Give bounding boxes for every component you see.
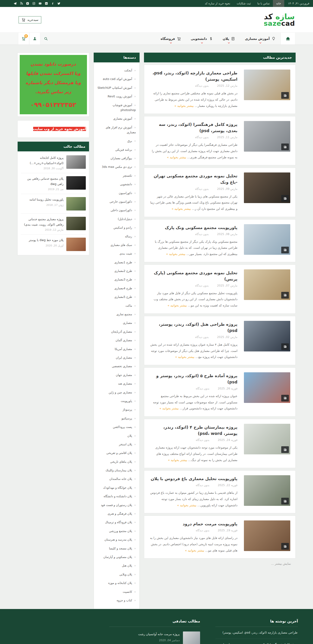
post-thumbnail[interactable] bbox=[244, 270, 290, 300]
category-link[interactable]: «پرسوناژ bbox=[97, 405, 136, 414]
post-comments[interactable]: بدون دیدگاه bbox=[195, 232, 209, 236]
category-link[interactable]: «معماری جهان bbox=[97, 371, 136, 379]
category-link[interactable]: «پاورپوینت bbox=[97, 397, 136, 405]
facebook-icon[interactable] bbox=[51, 2, 54, 5]
post-thumbnail[interactable] bbox=[244, 224, 290, 255]
category-link[interactable]: «پلان bbox=[97, 432, 136, 440]
post-comments[interactable]: بدون دیدگاه bbox=[195, 284, 209, 287]
interesting-item-title[interactable]: پروژه معماری مجتمع خدماتی رفاهی (اتوکد، … bbox=[21, 217, 64, 227]
category-link[interactable]: «پلان دانشکده و دانشگاه bbox=[97, 492, 136, 500]
category-link[interactable]: «تکستچر bbox=[97, 171, 136, 180]
youtube-icon[interactable] bbox=[38, 2, 42, 5]
read-more-link[interactable]: بیشتر بخوانید » bbox=[177, 504, 196, 507]
category-link[interactable]: «کتاب و جزوه bbox=[97, 596, 136, 604]
post-title[interactable]: پاورپوینت مرمت حمام درود bbox=[149, 521, 238, 527]
category-link[interactable]: «طرح 2معماری bbox=[97, 266, 136, 275]
post-title[interactable]: پاورپوینت تحلیل معماری باغ فردوس با پلان bbox=[149, 476, 238, 482]
linkedin-icon[interactable]: in bbox=[45, 2, 48, 5]
category-link[interactable]: «پلان استخر bbox=[97, 440, 136, 448]
support-ad[interactable]: درصورت دانلود نشدنویا اکسترکت نشدن فایله… bbox=[20, 55, 87, 114]
category-link[interactable]: «پلان فرهنگی و هنری bbox=[97, 509, 136, 518]
read-more-link[interactable]: بیشتر بخوانید » bbox=[160, 406, 179, 410]
post-thumbnail[interactable] bbox=[244, 321, 290, 352]
category-link[interactable]: «راندو و اسکیس bbox=[97, 223, 136, 232]
post-comments[interactable]: بدون دیدگاه bbox=[195, 187, 209, 190]
category-link[interactable]: «طرح 1معماری bbox=[97, 258, 136, 266]
read-more-link[interactable]: بیشتر بخوانید » bbox=[174, 104, 194, 108]
category-link[interactable]: «آموزش رویت Revit bbox=[97, 92, 136, 100]
post-title[interactable]: پاورپوینت مجتمع مسکونی ونک پارک bbox=[149, 225, 238, 231]
rss-icon[interactable] bbox=[20, 2, 23, 5]
post-title[interactable]: تحلیل نمونه موردی مجتمع مسکونی تهران -با… bbox=[149, 173, 238, 186]
footer-latest-link[interactable]: طراحی معماری بازارچه (اتوکد، رندر، psd، … bbox=[216, 627, 298, 639]
category-link[interactable]: «دکوراسیون خارجی bbox=[97, 197, 136, 206]
nav-cart-button[interactable]: 0 bbox=[18, 33, 29, 44]
read-more-link[interactable]: بیشتر بخوانید » bbox=[168, 458, 187, 462]
category-link[interactable]: «پلان اقامتی و تفریحی bbox=[97, 448, 136, 457]
category-link[interactable]: «معماری تخصصی bbox=[97, 362, 136, 370]
category-link[interactable]: «پلان بناهای تاریخی bbox=[97, 458, 136, 466]
read-more-link[interactable]: بیشتر بخوانید » bbox=[167, 156, 186, 159]
post-comments[interactable]: بدون دیدگاه bbox=[196, 484, 210, 487]
category-link[interactable]: «پلان خانه سالمندان bbox=[97, 474, 136, 483]
twitter-icon[interactable] bbox=[57, 2, 60, 5]
category-link[interactable]: «دکوراسیون bbox=[97, 189, 136, 197]
post-title[interactable]: پروژه بیمارستان طرح ۴ (اتوکد، رندر، پوست… bbox=[149, 424, 238, 437]
interesting-thumbnail[interactable] bbox=[66, 217, 86, 230]
topbar-menu-item[interactable]: ثبت شکایات bbox=[234, 0, 254, 7]
category-link[interactable]: «طرح 3معماری bbox=[97, 275, 136, 284]
category-link[interactable]: «معماری آمریکا bbox=[97, 345, 136, 353]
topbar-menu-item[interactable]: خانه bbox=[273, 0, 284, 7]
interesting-thumbnail[interactable] bbox=[66, 176, 86, 190]
post-comments[interactable]: بدون دیدگاه bbox=[196, 529, 210, 532]
interesting-thumbnail[interactable] bbox=[66, 155, 86, 169]
category-link[interactable]: «معماری آذربایجان bbox=[97, 327, 136, 336]
post-comments[interactable]: بدون دیدگاه bbox=[195, 336, 209, 339]
category-link[interactable]: «ماکت bbox=[97, 301, 136, 310]
category-link[interactable]: «پلان ویلایی bbox=[97, 570, 136, 579]
category-link[interactable]: «مجتمع تجاری bbox=[97, 310, 136, 318]
post-title[interactable]: طراحی معماری بازارچه (اتوکد، رندر، psd، … bbox=[149, 70, 238, 82]
category-link[interactable]: «معماری ایران bbox=[97, 353, 136, 362]
footer-random-thumbnail[interactable] bbox=[183, 632, 200, 644]
category-link[interactable]: «طرح 5معماری bbox=[97, 292, 136, 301]
buy-guide-banner[interactable]: آموزش نحوه خرید از وب سایت bbox=[33, 127, 86, 131]
category-link[interactable]: «پلان مجتمع ورزشی bbox=[97, 527, 136, 535]
category-link[interactable]: «پست پروداکشن bbox=[97, 422, 136, 431]
read-more-link[interactable]: بیشتر بخوانید » bbox=[166, 252, 186, 256]
post-comments[interactable]: بدون دیدگاه bbox=[195, 136, 209, 139]
category-link[interactable]: «دیتیل(دتایل) bbox=[97, 215, 136, 223]
nav-home[interactable] bbox=[280, 33, 295, 44]
category-link[interactable]: «آموزش نرم افزار های معماری bbox=[97, 123, 136, 137]
search-button[interactable] bbox=[40, 33, 52, 44]
category-link[interactable]: «پلان مسجد و کلیسا bbox=[97, 544, 136, 553]
category-link[interactable]: «آموزش اسکچاپ SketchUP bbox=[97, 84, 136, 92]
nav-item-shop[interactable]: فروشگاه bbox=[156, 33, 186, 44]
nav-item-architecture-training[interactable]: آموزش معماری bbox=[240, 33, 280, 44]
instagram-icon[interactable] bbox=[32, 2, 36, 5]
telegram-icon[interactable] bbox=[14, 2, 17, 5]
category-link[interactable]: «پلان فرودگاه و ترمینال bbox=[97, 518, 136, 526]
post-thumbnail[interactable] bbox=[244, 172, 290, 203]
post-thumbnail[interactable] bbox=[244, 121, 290, 152]
category-link[interactable]: «برق bbox=[97, 136, 136, 145]
skype-icon[interactable]: S bbox=[26, 2, 29, 5]
topbar-menu-item[interactable]: نحوه خرید از سازه کد bbox=[202, 0, 233, 7]
post-thumbnail[interactable] bbox=[244, 475, 290, 506]
site-logo[interactable]: سازه کد sazecad bbox=[264, 12, 295, 28]
category-link[interactable]: «پلان مدرسه و هنرستان bbox=[97, 535, 136, 544]
category-link[interactable]: «پلان مسکونی و آپارتمان bbox=[97, 553, 136, 561]
interesting-item-title[interactable]: پلان مجتمع خدماتی رفاهی بین راهی dwg bbox=[21, 176, 64, 186]
post-thumbnail[interactable] bbox=[244, 424, 290, 454]
cart-button[interactable]: سبدخرید bbox=[18, 16, 41, 24]
post-thumbnail[interactable] bbox=[244, 372, 290, 403]
interesting-item-title[interactable]: پروژه کامل کتابخانه (اتوکد+اسکچاپ+رندر+.… bbox=[21, 155, 64, 166]
category-link[interactable]: «پلان رستوران و فست فود bbox=[97, 501, 136, 509]
nav-item-plan[interactable]: پلان bbox=[218, 33, 240, 44]
post-thumbnail[interactable] bbox=[244, 520, 290, 551]
interesting-thumbnail[interactable] bbox=[66, 238, 86, 251]
post-comments[interactable]: بدون دیدگاه bbox=[196, 438, 210, 442]
category-link[interactable]: «برنامه فیزیکی bbox=[97, 145, 136, 154]
footer-random-link[interactable]: پروژه مرمت خانه آوانسیان رشت bbox=[138, 632, 180, 637]
interesting-item-title[interactable]: پلان موزه خط dwg با پوستر bbox=[29, 238, 64, 243]
